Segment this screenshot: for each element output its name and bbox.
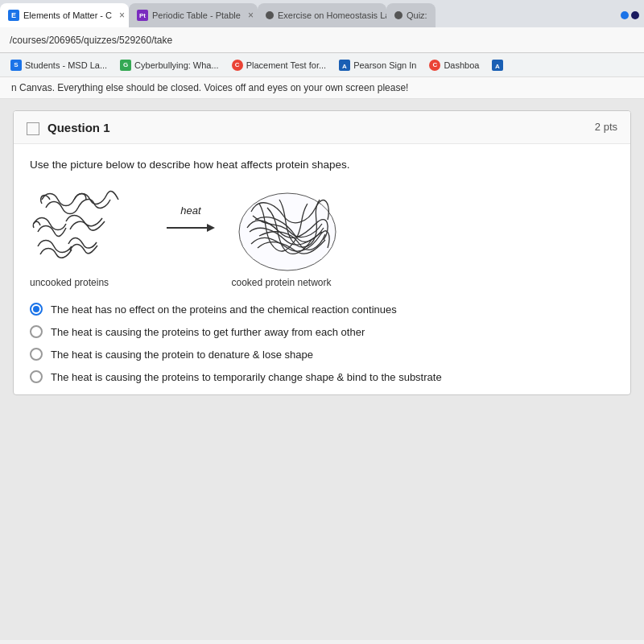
uncooked-proteins-svg bbox=[30, 184, 155, 272]
tab-elements[interactable]: E Elements of Matter - C × bbox=[0, 3, 129, 27]
question-title: Question 1 bbox=[47, 121, 595, 134]
option-4-text: The heat is causing the proteins to temp… bbox=[51, 371, 442, 383]
tab-close-elements[interactable]: × bbox=[119, 10, 125, 21]
bookmark-label-pearson: Pearson Sign In bbox=[353, 60, 416, 70]
bookmarks-bar: S Students - MSD La... G Cyberbullying: … bbox=[0, 53, 644, 77]
bookmark-icon-students: S bbox=[10, 60, 22, 71]
tab-periodic[interactable]: Pt Periodic Table - Ptable × bbox=[129, 3, 258, 27]
arrow-line bbox=[167, 220, 215, 236]
tab-bar: E Elements of Matter - C × Pt Periodic T… bbox=[0, 0, 644, 27]
bookmark-icon-pearson: A bbox=[339, 60, 350, 71]
option-1-text: The heat has no effect on the proteins a… bbox=[51, 303, 397, 316]
bookmark-pearson[interactable]: A Pearson Sign In bbox=[335, 58, 420, 72]
bookmark-cyberbullying[interactable]: G Cyberbullying: Wha... bbox=[116, 58, 223, 72]
page-content: Question 1 2 pts Use the picture below t… bbox=[0, 99, 644, 640]
browser-chrome: E Elements of Matter - C × Pt Periodic T… bbox=[0, 0, 644, 99]
tab-label-periodic: Periodic Table - Ptable bbox=[152, 10, 241, 20]
bookmark-label-placement: Placement Test for... bbox=[246, 60, 326, 70]
question-card: Question 1 2 pts Use the picture below t… bbox=[13, 110, 631, 395]
bookmark-icon-extra: A bbox=[492, 60, 503, 71]
left-caption: uncooked proteins bbox=[30, 277, 155, 288]
notification-bar: n Canvas. Everything else should be clos… bbox=[0, 77, 644, 99]
bookmark-dashboard[interactable]: C Dashboa bbox=[425, 58, 483, 72]
radio-option-3[interactable] bbox=[30, 348, 43, 361]
diagram-labels: uncooked proteins cooked protein network bbox=[30, 277, 614, 288]
corner-dot-blue bbox=[621, 11, 629, 19]
tab-label-elements: Elements of Matter - C bbox=[23, 10, 112, 20]
tab-icon-homeostasis bbox=[266, 11, 274, 19]
url-text: /courses/206965/quizzes/529260/take bbox=[10, 35, 172, 46]
protein-right-panel bbox=[223, 184, 352, 272]
option-2-text: The heat is causing the proteins to get … bbox=[51, 326, 365, 338]
heat-label: heat bbox=[180, 204, 200, 217]
radio-inner-1 bbox=[33, 306, 39, 312]
tab-icon-periodic: Pt bbox=[137, 10, 148, 21]
address-bar[interactable]: /courses/206965/quizzes/529260/take bbox=[0, 27, 644, 53]
option-4[interactable]: The heat is causing the proteins to temp… bbox=[30, 370, 614, 383]
tab-quiz[interactable]: Quiz: bbox=[386, 3, 436, 27]
arrow-svg bbox=[167, 220, 215, 236]
bookmark-icon-cyber: G bbox=[120, 60, 131, 71]
tab-icon-quiz bbox=[394, 11, 402, 19]
bookmark-placement[interactable]: C Placement Test for... bbox=[228, 58, 330, 72]
bookmark-label-students: Students - MSD La... bbox=[25, 60, 107, 70]
heat-arrow-area: heat bbox=[167, 204, 215, 252]
question-header: Question 1 2 pts bbox=[14, 111, 630, 144]
right-caption: cooked protein network bbox=[219, 277, 344, 288]
tab-bar-wrapper: E Elements of Matter - C × Pt Periodic T… bbox=[0, 0, 644, 27]
tab-icon-elements: E bbox=[8, 10, 19, 21]
option-3[interactable]: The heat is causing the protein to denat… bbox=[30, 348, 614, 361]
protein-diagram: heat bbox=[30, 184, 614, 272]
cooked-proteins-svg bbox=[223, 184, 348, 272]
question-prompt: Use the picture below to describe how he… bbox=[30, 159, 614, 171]
svg-text:A: A bbox=[496, 63, 501, 70]
bookmark-extra[interactable]: A bbox=[488, 58, 507, 72]
option-3-text: The heat is causing the protein to denat… bbox=[51, 349, 313, 361]
radio-option-1[interactable] bbox=[30, 303, 43, 316]
radio-option-4[interactable] bbox=[30, 370, 43, 383]
svg-text:A: A bbox=[342, 63, 347, 70]
question-points: 2 pts bbox=[595, 121, 617, 133]
option-2[interactable]: The heat is causing the proteins to get … bbox=[30, 325, 614, 338]
bookmark-icon-dashboard: C bbox=[429, 60, 440, 71]
bookmark-label-dashboard: Dashboa bbox=[444, 60, 479, 70]
tab-label-quiz: Quiz: bbox=[407, 10, 427, 20]
options-list: The heat has no effect on the proteins a… bbox=[30, 303, 614, 383]
option-1[interactable]: The heat has no effect on the proteins a… bbox=[30, 303, 614, 316]
corner-dot-dark bbox=[631, 11, 639, 19]
question-checkbox[interactable] bbox=[27, 122, 39, 135]
notification-text: n Canvas. Everything else should be clos… bbox=[11, 82, 408, 93]
tab-homeostasis[interactable]: Exercise on Homeostasis Lab × bbox=[258, 3, 386, 27]
question-body: Use the picture below to describe how he… bbox=[14, 144, 630, 394]
tab-close-periodic[interactable]: × bbox=[248, 10, 254, 21]
bookmark-icon-placement: C bbox=[232, 60, 243, 71]
bookmark-students[interactable]: S Students - MSD La... bbox=[6, 58, 111, 72]
svg-marker-5 bbox=[207, 224, 215, 232]
bookmark-label-cyber: Cyberbullying: Wha... bbox=[134, 60, 219, 70]
radio-option-2[interactable] bbox=[30, 325, 43, 338]
tab-label-homeostasis: Exercise on Homeostasis Lab bbox=[278, 10, 386, 20]
protein-left-panel bbox=[30, 184, 159, 272]
